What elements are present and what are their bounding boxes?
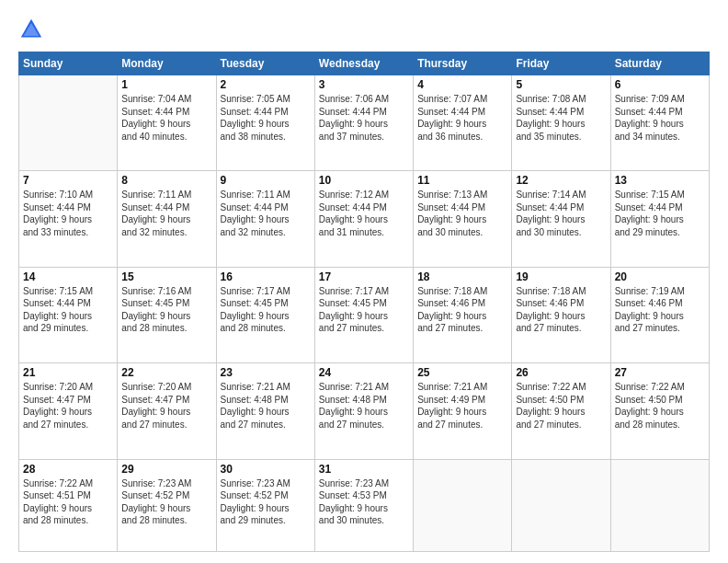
calendar-cell: 2Sunrise: 7:05 AM Sunset: 4:44 PM Daylig… <box>216 75 314 171</box>
calendar-week-row: 1Sunrise: 7:04 AM Sunset: 4:44 PM Daylig… <box>19 75 710 171</box>
day-number: 25 <box>417 366 507 379</box>
cell-content: Sunrise: 7:07 AM Sunset: 4:44 PM Dayligh… <box>417 93 507 143</box>
calendar-table: SundayMondayTuesdayWednesdayThursdayFrid… <box>18 52 710 552</box>
day-number: 19 <box>516 270 606 283</box>
calendar-week-row: 7Sunrise: 7:10 AM Sunset: 4:44 PM Daylig… <box>19 171 710 267</box>
cell-content: Sunrise: 7:22 AM Sunset: 4:50 PM Dayligh… <box>516 381 606 431</box>
day-number: 10 <box>319 174 409 187</box>
cell-content: Sunrise: 7:23 AM Sunset: 4:52 PM Dayligh… <box>221 477 311 527</box>
calendar-cell: 5Sunrise: 7:08 AM Sunset: 4:44 PM Daylig… <box>512 75 610 171</box>
calendar-cell: 18Sunrise: 7:18 AM Sunset: 4:46 PM Dayli… <box>414 267 512 362</box>
day-number: 31 <box>319 463 409 476</box>
calendar-cell: 9Sunrise: 7:11 AM Sunset: 4:44 PM Daylig… <box>216 171 314 267</box>
calendar-cell: 25Sunrise: 7:21 AM Sunset: 4:49 PM Dayli… <box>414 363 512 459</box>
calendar-cell <box>610 459 709 552</box>
calendar-cell: 7Sunrise: 7:10 AM Sunset: 4:44 PM Daylig… <box>19 171 118 267</box>
day-number: 14 <box>23 270 113 283</box>
cell-content: Sunrise: 7:17 AM Sunset: 4:45 PM Dayligh… <box>319 285 409 335</box>
cell-content: Sunrise: 7:22 AM Sunset: 4:50 PM Dayligh… <box>615 381 705 431</box>
day-number: 9 <box>221 174 311 187</box>
calendar-cell: 24Sunrise: 7:21 AM Sunset: 4:48 PM Dayli… <box>314 363 413 459</box>
logo <box>18 17 48 42</box>
day-number: 6 <box>615 78 705 91</box>
calendar-cell: 29Sunrise: 7:23 AM Sunset: 4:52 PM Dayli… <box>118 459 216 552</box>
day-number: 16 <box>221 270 311 283</box>
calendar-cell: 17Sunrise: 7:17 AM Sunset: 4:45 PM Dayli… <box>314 267 413 362</box>
cell-content: Sunrise: 7:20 AM Sunset: 4:47 PM Dayligh… <box>23 381 113 431</box>
logo-icon <box>18 17 44 42</box>
cell-content: Sunrise: 7:12 AM Sunset: 4:44 PM Dayligh… <box>319 189 409 238</box>
cell-content: Sunrise: 7:05 AM Sunset: 4:44 PM Dayligh… <box>221 93 311 143</box>
calendar-cell: 26Sunrise: 7:22 AM Sunset: 4:50 PM Dayli… <box>512 363 610 459</box>
day-number: 4 <box>417 78 507 91</box>
cell-content: Sunrise: 7:13 AM Sunset: 4:44 PM Dayligh… <box>417 189 507 238</box>
cell-content: Sunrise: 7:23 AM Sunset: 4:52 PM Dayligh… <box>121 477 211 527</box>
calendar-header-row: SundayMondayTuesdayWednesdayThursdayFrid… <box>19 52 710 75</box>
cell-content: Sunrise: 7:08 AM Sunset: 4:44 PM Dayligh… <box>516 93 606 143</box>
calendar-cell: 31Sunrise: 7:23 AM Sunset: 4:53 PM Dayli… <box>314 459 413 552</box>
cell-content: Sunrise: 7:11 AM Sunset: 4:44 PM Dayligh… <box>121 189 211 238</box>
calendar-cell <box>19 75 118 171</box>
day-number: 13 <box>615 174 705 187</box>
cell-content: Sunrise: 7:04 AM Sunset: 4:44 PM Dayligh… <box>121 93 211 143</box>
calendar-cell: 13Sunrise: 7:15 AM Sunset: 4:44 PM Dayli… <box>610 171 709 267</box>
calendar-week-row: 28Sunrise: 7:22 AM Sunset: 4:51 PM Dayli… <box>19 459 710 552</box>
day-number: 24 <box>319 366 409 379</box>
cell-content: Sunrise: 7:21 AM Sunset: 4:48 PM Dayligh… <box>221 381 311 431</box>
day-number: 15 <box>121 270 211 283</box>
day-number: 1 <box>121 78 211 91</box>
day-number: 18 <box>417 270 507 283</box>
cell-content: Sunrise: 7:16 AM Sunset: 4:45 PM Dayligh… <box>121 285 211 335</box>
calendar-day-header: Friday <box>512 52 610 75</box>
calendar-day-header: Tuesday <box>216 52 314 75</box>
cell-content: Sunrise: 7:11 AM Sunset: 4:44 PM Dayligh… <box>221 189 311 238</box>
calendar-cell: 16Sunrise: 7:17 AM Sunset: 4:45 PM Dayli… <box>216 267 314 362</box>
cell-content: Sunrise: 7:21 AM Sunset: 4:49 PM Dayligh… <box>417 381 507 431</box>
cell-content: Sunrise: 7:18 AM Sunset: 4:46 PM Dayligh… <box>417 285 507 335</box>
calendar-cell <box>512 459 610 552</box>
calendar-day-header: Wednesday <box>314 52 413 75</box>
day-number: 23 <box>221 366 311 379</box>
cell-content: Sunrise: 7:10 AM Sunset: 4:44 PM Dayligh… <box>23 189 113 238</box>
calendar-cell: 15Sunrise: 7:16 AM Sunset: 4:45 PM Dayli… <box>118 267 216 362</box>
day-number: 2 <box>221 78 311 91</box>
calendar-cell <box>414 459 512 552</box>
calendar-cell: 19Sunrise: 7:18 AM Sunset: 4:46 PM Dayli… <box>512 267 610 362</box>
cell-content: Sunrise: 7:15 AM Sunset: 4:44 PM Dayligh… <box>615 189 705 238</box>
day-number: 20 <box>615 270 705 283</box>
calendar-cell: 1Sunrise: 7:04 AM Sunset: 4:44 PM Daylig… <box>118 75 216 171</box>
day-number: 17 <box>319 270 409 283</box>
calendar-cell: 28Sunrise: 7:22 AM Sunset: 4:51 PM Dayli… <box>19 459 118 552</box>
header <box>18 17 710 42</box>
cell-content: Sunrise: 7:22 AM Sunset: 4:51 PM Dayligh… <box>23 477 113 527</box>
calendar-cell: 14Sunrise: 7:15 AM Sunset: 4:44 PM Dayli… <box>19 267 118 362</box>
cell-content: Sunrise: 7:09 AM Sunset: 4:44 PM Dayligh… <box>615 93 705 143</box>
cell-content: Sunrise: 7:06 AM Sunset: 4:44 PM Dayligh… <box>319 93 409 143</box>
day-number: 12 <box>516 174 606 187</box>
calendar-day-header: Monday <box>118 52 216 75</box>
calendar-cell: 10Sunrise: 7:12 AM Sunset: 4:44 PM Dayli… <box>314 171 413 267</box>
day-number: 3 <box>319 78 409 91</box>
calendar-cell: 6Sunrise: 7:09 AM Sunset: 4:44 PM Daylig… <box>610 75 709 171</box>
cell-content: Sunrise: 7:15 AM Sunset: 4:44 PM Dayligh… <box>23 285 113 335</box>
day-number: 11 <box>417 174 507 187</box>
cell-content: Sunrise: 7:18 AM Sunset: 4:46 PM Dayligh… <box>516 285 606 335</box>
cell-content: Sunrise: 7:14 AM Sunset: 4:44 PM Dayligh… <box>516 189 606 238</box>
page: SundayMondayTuesdayWednesdayThursdayFrid… <box>0 0 728 563</box>
day-number: 22 <box>121 366 211 379</box>
day-number: 8 <box>121 174 211 187</box>
cell-content: Sunrise: 7:20 AM Sunset: 4:47 PM Dayligh… <box>121 381 211 431</box>
calendar-cell: 20Sunrise: 7:19 AM Sunset: 4:46 PM Dayli… <box>610 267 709 362</box>
day-number: 26 <box>516 366 606 379</box>
cell-content: Sunrise: 7:19 AM Sunset: 4:46 PM Dayligh… <box>615 285 705 335</box>
calendar-day-header: Saturday <box>610 52 709 75</box>
calendar-cell: 23Sunrise: 7:21 AM Sunset: 4:48 PM Dayli… <box>216 363 314 459</box>
cell-content: Sunrise: 7:17 AM Sunset: 4:45 PM Dayligh… <box>221 285 311 335</box>
calendar-cell: 30Sunrise: 7:23 AM Sunset: 4:52 PM Dayli… <box>216 459 314 552</box>
calendar-cell: 3Sunrise: 7:06 AM Sunset: 4:44 PM Daylig… <box>314 75 413 171</box>
calendar-cell: 11Sunrise: 7:13 AM Sunset: 4:44 PM Dayli… <box>414 171 512 267</box>
calendar-day-header: Sunday <box>19 52 118 75</box>
cell-content: Sunrise: 7:23 AM Sunset: 4:53 PM Dayligh… <box>319 477 409 527</box>
calendar-cell: 8Sunrise: 7:11 AM Sunset: 4:44 PM Daylig… <box>118 171 216 267</box>
calendar-cell: 21Sunrise: 7:20 AM Sunset: 4:47 PM Dayli… <box>19 363 118 459</box>
